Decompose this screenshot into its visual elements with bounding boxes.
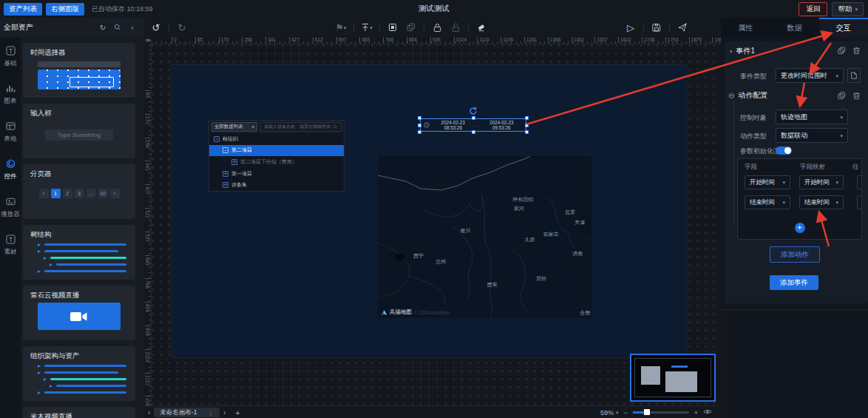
tree-expander-icon[interactable]: +: [231, 159, 237, 165]
page-button[interactable]: ›: [110, 189, 120, 198]
zoom-in-button[interactable]: +: [694, 409, 698, 417]
copy-icon[interactable]: [838, 92, 846, 100]
play-icon[interactable]: ▷: [625, 21, 637, 33]
preview-eye-icon[interactable]: [703, 408, 712, 417]
org-tree-widget[interactable]: 全部数据列表 ▾ 请输入设备名称、场景名模糊查询 -根组织-第二项目+第二项目下…: [209, 121, 344, 191]
collapse-circle-icon[interactable]: ⊖: [728, 92, 734, 100]
asset-list-button[interactable]: 资产列表: [4, 3, 42, 16]
tree-node[interactable]: +第二项目下分组（禁用）: [209, 156, 344, 168]
next-page-icon[interactable]: ›: [220, 408, 229, 417]
action-type-select[interactable]: 数据联动 ▾: [776, 128, 848, 143]
tree-expander-icon[interactable]: -: [223, 147, 228, 153]
tree-node[interactable]: -根组织: [209, 133, 344, 145]
add-event-button[interactable]: 添加事件: [770, 275, 818, 290]
zoom-out-button[interactable]: −: [623, 409, 627, 417]
mapped-field-select[interactable]: 开始时间▾: [799, 175, 844, 189]
tree-expander-icon[interactable]: +: [223, 182, 228, 188]
component-card[interactable]: 分页器‹123...10›: [23, 164, 135, 219]
resize-handle[interactable]: [418, 130, 421, 134]
field-select[interactable]: 结束时间▾: [745, 195, 790, 209]
trajectory-map-widget[interactable]: 呼和浩特黄河北京天津银川石家庄太原济南西宁兰州郑州西安合肥 高德地图 © 202…: [378, 156, 591, 318]
tree-node[interactable]: +设备集: [209, 179, 344, 191]
resize-handle[interactable]: [418, 116, 421, 120]
page-button[interactable]: 1: [51, 189, 61, 198]
back-button[interactable]: 返回: [799, 2, 827, 16]
sidebar-item-图表[interactable]: 图表: [4, 84, 17, 106]
canvas-page-tab[interactable]: 未命名画布-1 ⋮: [154, 408, 220, 417]
resize-handle[interactable]: [418, 124, 421, 127]
ruler-eye-icon[interactable]: [144, 37, 152, 44]
zoom-level-select[interactable]: 59% ▾: [600, 409, 619, 417]
resize-handle[interactable]: [472, 116, 475, 120]
add-action-button[interactable]: 添加动作: [770, 246, 820, 263]
prev-page-icon[interactable]: ‹: [144, 408, 154, 417]
component-card[interactable]: 输入框Type Something: [23, 104, 135, 158]
component-card[interactable]: 雷石云视频直播: [23, 286, 135, 340]
page-button[interactable]: 2: [63, 189, 72, 198]
search-icon[interactable]: [113, 23, 122, 32]
copy-icon[interactable]: [838, 47, 846, 55]
action-section-header[interactable]: ⊖ 动作配置: [728, 90, 767, 101]
sidebar-item-素材[interactable]: T素材: [4, 235, 17, 257]
field-select[interactable]: 开始时间▾: [745, 175, 790, 189]
component-card[interactable]: 时间选择器: [23, 43, 135, 98]
tree-filter-select[interactable]: 全部数据列表 ▾: [211, 122, 257, 132]
resize-handle[interactable]: [525, 124, 529, 127]
tab-数据[interactable]: 数据: [770, 18, 818, 37]
resize-handle[interactable]: [472, 130, 475, 134]
date-range-picker-selection[interactable]: 2024-02-23 08:53:26 - 2024-02-23 09:53:2…: [420, 118, 526, 132]
resize-handle[interactable]: [525, 116, 529, 120]
refresh-icon[interactable]: ↻: [98, 23, 107, 32]
tab-交互[interactable]: 交互: [819, 18, 868, 37]
event-section-header[interactable]: ▾ 事件1: [730, 46, 755, 56]
publish-icon[interactable]: [677, 21, 688, 33]
unlock-icon[interactable]: [450, 21, 461, 33]
component-card[interactable]: 组织架构与资产: [23, 346, 135, 401]
sidebar-item-控件[interactable]: 控件: [4, 159, 17, 181]
param-init-toggle[interactable]: [776, 146, 792, 155]
page-button[interactable]: ‹: [39, 189, 49, 198]
tab-menu-icon[interactable]: ⋮: [207, 409, 214, 417]
flag-icon[interactable]: ⚑▾: [335, 21, 347, 33]
eraser-icon[interactable]: [475, 21, 487, 33]
zoom-slider[interactable]: [633, 411, 689, 414]
tree-node[interactable]: +第一项目: [209, 168, 344, 180]
redo-icon[interactable]: ↻: [176, 21, 188, 33]
minimap[interactable]: [630, 354, 716, 402]
editor-canvas[interactable]: 0851702563414275125976837688549391024111…: [144, 37, 721, 405]
add-page-button[interactable]: +: [235, 408, 240, 417]
trash-icon[interactable]: [852, 47, 861, 55]
sidebar-item-基础[interactable]: T基础: [4, 46, 17, 68]
tree-expander-icon[interactable]: -: [214, 136, 220, 142]
tree-node[interactable]: -第二项目: [209, 145, 344, 157]
tab-属性[interactable]: 属性: [721, 18, 770, 37]
trash-icon[interactable]: [852, 92, 861, 100]
sidebar-item-表格[interactable]: 表格: [4, 121, 17, 144]
page-button[interactable]: ...: [87, 189, 96, 198]
target-select[interactable]: 轨迹地图 ▾: [776, 109, 848, 124]
lock-icon[interactable]: [431, 21, 443, 33]
tree-search-input[interactable]: 请输入设备名称、场景名模糊查询: [260, 122, 342, 132]
resize-handle[interactable]: [525, 130, 529, 134]
tree-expander-icon[interactable]: +: [223, 171, 228, 177]
add-mapping-row-button[interactable]: +: [795, 223, 805, 233]
event-type-select[interactable]: 更改时间范围时 ▾: [776, 68, 844, 83]
page-button[interactable]: 3: [75, 189, 84, 198]
extra-select[interactable]: [857, 195, 862, 209]
frame-icon[interactable]: [387, 21, 399, 33]
extra-select[interactable]: [857, 175, 862, 189]
align-top-icon[interactable]: ▾: [361, 21, 373, 33]
page-button[interactable]: 10: [98, 189, 108, 198]
component-card[interactable]: 米木视频直播: [23, 407, 135, 418]
sidebar-item-播放器[interactable]: 播放器: [1, 197, 20, 219]
help-button[interactable]: 帮助 ▾: [832, 2, 864, 16]
rotate-handle-icon[interactable]: [469, 107, 478, 115]
undo-icon[interactable]: ↺: [150, 21, 162, 33]
event-code-button[interactable]: [847, 68, 861, 83]
copy-icon[interactable]: [405, 21, 417, 33]
mapped-field-select[interactable]: 结束时间▾: [799, 195, 844, 209]
save-icon[interactable]: [651, 21, 662, 33]
right-panel-button[interactable]: 右侧面版: [46, 3, 84, 16]
collapse-left-icon[interactable]: ‹: [128, 23, 137, 32]
component-card[interactable]: 树结构: [23, 225, 135, 280]
